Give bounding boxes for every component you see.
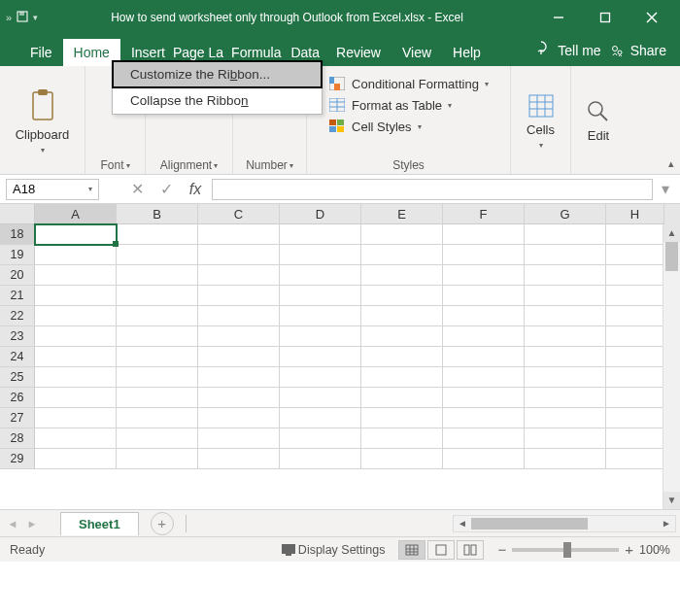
cell[interactable] [35, 449, 117, 469]
minimize-button[interactable] [536, 0, 581, 35]
row-header[interactable]: 25 [0, 367, 35, 388]
scroll-right-icon[interactable]: ► [658, 518, 675, 529]
cancel-formula-icon[interactable]: ✕ [124, 179, 150, 200]
cell[interactable] [280, 286, 361, 306]
cell[interactable] [361, 449, 443, 469]
cell[interactable] [280, 388, 361, 408]
column-header[interactable]: D [280, 204, 361, 224]
context-customize-ribbon[interactable]: Customize the Ribbon... [113, 61, 322, 87]
cell[interactable] [606, 224, 664, 245]
cell[interactable] [443, 408, 525, 428]
sheet-tab-sheet1[interactable]: Sheet1 [60, 512, 139, 535]
format-as-table-button[interactable]: Format as Table ▾ [328, 97, 489, 113]
cell[interactable] [198, 388, 280, 408]
row-header[interactable]: 18 [0, 224, 35, 245]
select-all-corner[interactable] [0, 204, 35, 224]
qa-dropdown-icon[interactable]: ▾ [33, 13, 38, 22]
cell[interactable] [280, 224, 361, 245]
cell[interactable] [606, 326, 664, 347]
cell[interactable] [117, 388, 198, 408]
horizontal-scrollbar[interactable]: ◄ ► [453, 515, 676, 532]
cell[interactable] [361, 326, 443, 347]
cell[interactable] [35, 265, 117, 286]
close-button[interactable] [629, 0, 674, 35]
expand-formula-bar-icon[interactable]: ▾ [657, 180, 674, 198]
cell[interactable] [35, 428, 117, 449]
alignment-group-label[interactable]: Alignment▾ [160, 156, 218, 172]
cell[interactable] [280, 408, 361, 428]
cell[interactable] [35, 388, 117, 408]
zoom-level[interactable]: 100% [639, 543, 670, 557]
cell[interactable] [117, 245, 198, 265]
cell[interactable] [361, 408, 443, 428]
cell[interactable] [361, 306, 443, 326]
view-page-break-button[interactable] [457, 540, 484, 560]
cell[interactable] [525, 306, 606, 326]
cell[interactable] [525, 408, 606, 428]
cell[interactable] [35, 245, 117, 265]
cell[interactable] [198, 408, 280, 428]
cell[interactable] [198, 367, 280, 388]
cell[interactable] [443, 245, 525, 265]
cells-button[interactable]: Cells▾ [523, 89, 559, 154]
cell[interactable] [606, 286, 664, 306]
cell[interactable] [117, 367, 198, 388]
cell[interactable] [280, 306, 361, 326]
row-header[interactable]: 27 [0, 408, 35, 428]
cell[interactable] [35, 408, 117, 428]
column-header[interactable]: E [361, 204, 443, 224]
row-header[interactable]: 28 [0, 428, 35, 449]
cell[interactable] [198, 326, 280, 347]
cell[interactable] [361, 388, 443, 408]
cell[interactable] [525, 265, 606, 286]
cell[interactable] [606, 408, 664, 428]
cell[interactable] [525, 347, 606, 367]
view-page-layout-button[interactable] [427, 540, 455, 560]
cell[interactable] [35, 306, 117, 326]
cell[interactable] [525, 326, 606, 347]
row-header[interactable]: 19 [0, 245, 35, 265]
cell[interactable] [198, 347, 280, 367]
tab-view[interactable]: View [391, 39, 442, 66]
scroll-down-icon[interactable]: ▼ [663, 492, 680, 509]
cell[interactable] [606, 265, 664, 286]
cell[interactable] [525, 449, 606, 469]
formula-input[interactable] [212, 179, 653, 200]
column-header[interactable]: B [117, 204, 198, 224]
cell[interactable] [443, 306, 525, 326]
cell[interactable] [606, 347, 664, 367]
cell[interactable] [117, 347, 198, 367]
spreadsheet-grid[interactable]: A B C D E F G H 181920212223242526272829… [0, 204, 680, 509]
cell[interactable] [361, 347, 443, 367]
row-header[interactable]: 29 [0, 449, 35, 469]
cell[interactable] [117, 265, 198, 286]
collapse-ribbon-caret[interactable]: ▴ [668, 157, 674, 170]
cell[interactable] [443, 224, 525, 245]
cell[interactable] [280, 347, 361, 367]
cell[interactable] [35, 347, 117, 367]
column-header[interactable]: F [443, 204, 525, 224]
column-header[interactable]: G [525, 204, 606, 224]
column-header[interactable]: C [198, 204, 280, 224]
zoom-slider[interactable] [512, 548, 619, 552]
cell[interactable] [35, 367, 117, 388]
column-header[interactable]: A [35, 204, 117, 224]
cell[interactable] [443, 347, 525, 367]
cell[interactable] [361, 245, 443, 265]
cell[interactable] [443, 449, 525, 469]
scroll-up-icon[interactable]: ▲ [663, 224, 680, 242]
conditional-formatting-button[interactable]: Conditional Formatting ▾ [328, 76, 489, 91]
cell[interactable] [443, 388, 525, 408]
font-group-label[interactable]: Font▾ [100, 156, 129, 172]
cell[interactable] [525, 286, 606, 306]
row-header[interactable]: 20 [0, 265, 35, 286]
cell[interactable] [280, 367, 361, 388]
cell[interactable] [198, 265, 280, 286]
cell[interactable] [525, 388, 606, 408]
sheet-nav-prev-icon[interactable]: ◄ [4, 518, 21, 530]
cell[interactable] [198, 449, 280, 469]
cell[interactable] [117, 428, 198, 449]
tell-me-icon[interactable] [532, 40, 550, 61]
column-header[interactable]: H [606, 204, 664, 224]
sheet-nav-next-icon[interactable]: ► [23, 518, 41, 530]
